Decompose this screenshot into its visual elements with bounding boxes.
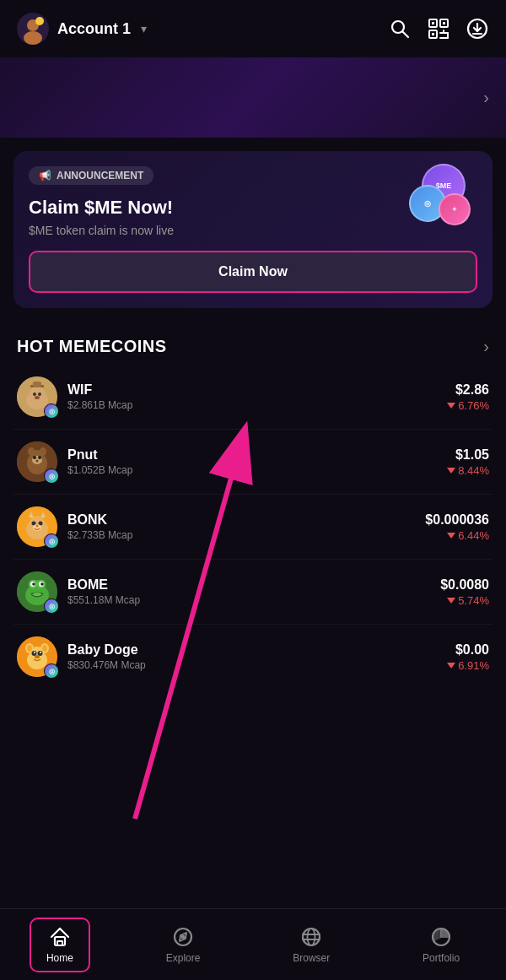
svg-point-26 [33,393,36,396]
coin-mcap: $2.861B Mcap [67,399,447,411]
coin-price-info: $0.00 6.91% [447,642,489,672]
svg-rect-9 [432,22,434,24]
coin-change: 6.91% [447,659,489,672]
download-icon[interactable] [466,17,489,41]
svg-point-36 [38,456,41,459]
svg-point-56 [32,582,35,586]
solana-badge: ◎ [44,598,59,614]
svg-line-5 [403,32,409,38]
coin-name: Baby Doge [67,642,447,658]
babydoge-avatar: ◎ [17,636,57,677]
svg-point-77 [182,935,185,938]
coin-mcap: $1.052B Mcap [67,464,447,476]
svg-point-69 [40,652,41,653]
coin-change: 6.44% [425,529,489,542]
nav-item-explore[interactable]: Explore [149,918,218,972]
down-arrow-icon [447,403,455,409]
svg-point-79 [308,929,315,945]
down-arrow-icon [447,598,455,604]
svg-point-68 [34,652,35,653]
coin-list: ◎ WIF $2.861B Mcap $2.86 6.76% [0,365,506,689]
nav-item-browser[interactable]: Browser [276,918,347,972]
svg-rect-11 [432,33,434,35]
svg-point-70 [35,655,40,658]
svg-point-33 [40,447,46,456]
badge-text: ANNOUNCEMENT [57,170,143,181]
coin-price: $1.05 [447,447,489,463]
coin-price-info: $0.000036 6.44% [425,512,489,542]
portfolio-icon [430,926,452,948]
list-item[interactable]: ◎ Pnut $1.052B Mcap $1.05 8.44% [13,430,493,495]
down-arrow-icon [447,533,455,539]
list-item[interactable]: ◎ BOME $551.18M Mcap $0.0080 5.74% [13,560,493,625]
header: Account 1 ▾ [0,0,506,57]
account-chevron-icon[interactable]: ▾ [141,22,147,35]
wif-avatar: ◎ [17,376,57,417]
coin-mcap: $551.18M Mcap [67,594,440,606]
svg-point-67 [38,651,43,656]
coin-info: Pnut $1.052B Mcap [67,447,447,476]
svg-point-35 [33,456,36,459]
coin-mcap: $830.476M Mcap [67,659,447,671]
header-right [388,17,489,41]
browser-label: Browser [293,952,330,964]
explore-label: Explore [166,952,201,964]
coin-price: $0.0080 [440,577,489,593]
down-arrow-icon [447,468,455,474]
coin-name: BOME [67,577,440,593]
solana-badge: ◎ [44,533,59,549]
coin-mcap: $2.733B Mcap [67,529,425,541]
coin-name: WIF [67,382,447,398]
bonk-avatar: ◎ [17,506,57,547]
badge-emoji: 📢 [39,170,51,181]
svg-point-66 [32,651,37,656]
coin-graphic: $ME ◎ + [405,160,481,236]
home-icon [49,926,71,948]
list-item[interactable]: ◎ WIF $2.861B Mcap $2.86 6.76% [13,365,493,430]
bome-avatar: ◎ [17,571,57,612]
coin-info: Baby Doge $830.476M Mcap [67,642,447,671]
announcement-badge: 📢 ANNOUNCEMENT [29,166,153,185]
nav-item-portfolio[interactable]: Portfolio [406,918,476,972]
coin-name: BONK [67,512,425,528]
svg-point-32 [28,447,35,456]
portfolio-label: Portfolio [423,952,460,964]
svg-point-64 [27,645,32,652]
svg-point-28 [35,396,40,399]
coin-price-info: $0.0080 5.74% [440,577,489,607]
svg-rect-10 [443,22,445,24]
down-arrow-icon [447,663,455,669]
list-item[interactable]: ◎ Baby Doge $830.476M Mcap $0.00 6.91% [13,625,493,689]
coin-info: BOME $551.18M Mcap [67,577,440,606]
svg-point-48 [36,525,39,528]
coin-change: 8.44% [447,464,489,477]
account-name: Account 1 [57,20,131,38]
qr-code-icon[interactable] [427,17,450,41]
coin-change: 5.74% [440,594,489,607]
coin-price: $2.86 [447,382,489,398]
svg-point-37 [36,460,39,463]
svg-rect-74 [57,941,62,945]
bottom-nav: Home Explore Browser [0,908,506,980]
nav-item-home[interactable]: Home [30,918,90,972]
claim-now-button[interactable]: Claim Now [29,251,477,293]
header-left: Account 1 ▾ [17,13,147,45]
solana-badge: ◎ [44,663,59,679]
account-avatar[interactable] [17,13,49,45]
coin-price: $0.000036 [425,512,489,528]
coin-price: $0.00 [447,642,489,658]
banner-chevron-icon[interactable]: › [483,88,489,107]
section-header: HOT MEMECOINS › [0,322,506,365]
coin-price-info: $2.86 6.76% [447,382,489,412]
coin-name: Pnut [67,447,447,463]
section-chevron-icon[interactable]: › [483,337,489,356]
svg-point-2 [24,31,42,45]
banner-area[interactable]: › [0,57,506,138]
main-content: $ME ◎ + 📢 ANNOUNCEMENT Claim $ME Now! $M… [0,151,506,769]
list-item[interactable]: ◎ BONK $2.733B Mcap $0.000036 6.44% [13,495,493,560]
svg-point-3 [35,17,44,25]
svg-rect-25 [33,382,41,387]
coin-3: + [439,193,471,225]
search-icon[interactable] [388,17,412,41]
svg-point-57 [40,582,44,586]
